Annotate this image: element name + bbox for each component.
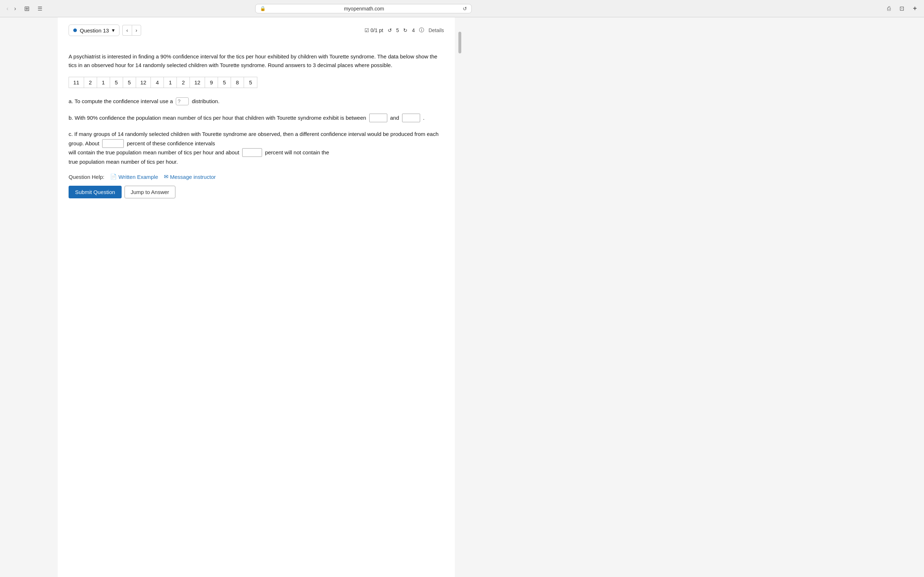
written-example-link[interactable]: 📄 Written Example <box>110 174 158 180</box>
part-b-text-1: b. With 90% confidence the population me… <box>69 115 366 121</box>
data-cell: 2 <box>177 77 190 88</box>
browser-chrome: ‹ › ⊞ ☰ 🔒 myopenmath.com ↺ ⎙ ⊡ + <box>0 0 924 17</box>
part-b-text-2: and <box>390 115 399 121</box>
document-icon: 📄 <box>110 174 117 180</box>
details-link[interactable]: Details <box>428 27 444 33</box>
submit-question-button[interactable]: Submit Question <box>69 186 122 198</box>
percent-not-contain-input[interactable] <box>242 148 262 157</box>
question-dropdown[interactable]: Question 13 ▾ <box>69 24 120 36</box>
written-example-label: Written Example <box>118 174 158 180</box>
question-next-button[interactable]: › <box>132 25 142 36</box>
data-cell: 12 <box>136 77 151 88</box>
question-header: Question 13 ▾ ‹ › ☑ 0/1 pt ↺ 5 ↻ 4 ⓘ Det… <box>69 24 444 42</box>
question-intro: A psychiatrist is interested in finding … <box>69 52 444 69</box>
data-cell: 5 <box>218 77 231 88</box>
data-cell: 4 <box>151 77 164 88</box>
address-bar: 🔒 myopenmath.com ↺ <box>255 4 472 13</box>
sidebar-toggle-button[interactable]: ⊞ <box>21 3 32 14</box>
data-cell: 12 <box>190 77 205 88</box>
part-b-text-3: . <box>423 115 425 121</box>
data-cell: 5 <box>110 77 123 88</box>
main-content: Question 13 ▾ ‹ › ☑ 0/1 pt ↺ 5 ↻ 4 ⓘ Det… <box>58 17 455 577</box>
data-cell: 5 <box>123 77 136 88</box>
share-button[interactable]: ⎙ <box>884 4 894 13</box>
url-text: myopenmath.com <box>268 6 460 11</box>
message-instructor-label: Message instructor <box>170 174 216 180</box>
page-wrapper: Question 13 ▾ ‹ › ☑ 0/1 pt ↺ 5 ↻ 4 ⓘ Det… <box>0 17 924 577</box>
dropdown-arrow-icon: ▾ <box>112 27 115 34</box>
browser-right-actions: ⎙ ⊡ + <box>884 3 920 14</box>
score-value: 0/1 pt <box>371 27 383 33</box>
question-selector: Question 13 ▾ ‹ › <box>69 24 141 36</box>
checkmark-icon: ☑ <box>365 27 369 33</box>
email-icon: ✉ <box>164 174 168 180</box>
part-c-text-2: percent of these confidence intervals <box>127 140 215 147</box>
left-sidebar <box>0 17 58 577</box>
jump-to-answer-button[interactable]: Jump to Answer <box>124 186 175 198</box>
scrollbar[interactable] <box>459 32 461 53</box>
data-cell: 1 <box>164 77 177 88</box>
data-cell: 8 <box>231 77 244 88</box>
data-cell: 1 <box>97 77 110 88</box>
retry-icon: ↻ <box>403 27 407 33</box>
history-icon: ↺ <box>388 27 392 33</box>
forward-button[interactable]: › <box>12 4 18 13</box>
action-buttons: Submit Question Jump to Answer <box>69 186 444 198</box>
part-c-text-5: true population mean number of tics per … <box>69 159 178 165</box>
data-cell: 5 <box>244 77 257 88</box>
question-dropdown-label: Question 13 <box>80 27 109 34</box>
part-c-text-4: percent will not contain the <box>265 149 329 155</box>
add-tab-button[interactable]: + <box>910 3 920 14</box>
part-c: c. If many groups of 14 randomly selecte… <box>69 129 444 166</box>
distribution-select[interactable] <box>176 97 189 105</box>
menu-icon[interactable]: ☰ <box>36 4 44 13</box>
question-meta: ☑ 0/1 pt ↺ 5 ↻ 4 ⓘ Details <box>365 27 444 34</box>
data-cell: 11 <box>69 77 84 88</box>
confidence-lower-input[interactable] <box>369 114 387 122</box>
question-prev-button[interactable]: ‹ <box>122 25 132 36</box>
part-b: b. With 90% confidence the population me… <box>69 113 444 122</box>
new-tab-button[interactable]: ⊡ <box>897 3 907 13</box>
question-help: Question Help: 📄 Written Example ✉ Messa… <box>69 174 444 180</box>
part-c-text-1: c. If many groups of 14 randomly selecte… <box>69 131 439 147</box>
history-count: 5 <box>396 27 399 33</box>
part-a-text-2: distribution. <box>192 98 220 104</box>
retry-count: 4 <box>412 27 415 33</box>
score-display: ☑ 0/1 pt <box>365 27 383 33</box>
right-sidebar <box>455 17 462 577</box>
back-button[interactable]: ‹ <box>4 4 10 13</box>
data-table: 11215512412129585 <box>69 77 257 88</box>
refresh-button[interactable]: ↺ <box>463 6 467 11</box>
question-nav-group: ‹ › <box>122 25 141 36</box>
part-c-text-3: will contain the true population mean nu… <box>69 149 239 155</box>
info-icon: ⓘ <box>419 27 424 34</box>
confidence-upper-input[interactable] <box>402 114 420 122</box>
part-a: a. To compute the confidence interval us… <box>69 97 444 106</box>
nav-buttons: ‹ › <box>4 4 18 13</box>
data-cell: 9 <box>205 77 218 88</box>
message-instructor-link[interactable]: ✉ Message instructor <box>164 174 216 180</box>
data-cell: 2 <box>84 77 97 88</box>
part-a-text-1: a. To compute the confidence interval us… <box>69 98 173 104</box>
question-dot <box>73 29 77 32</box>
lock-icon: 🔒 <box>260 6 266 11</box>
percent-contain-input[interactable] <box>102 139 124 148</box>
question-help-label: Question Help: <box>69 174 104 180</box>
